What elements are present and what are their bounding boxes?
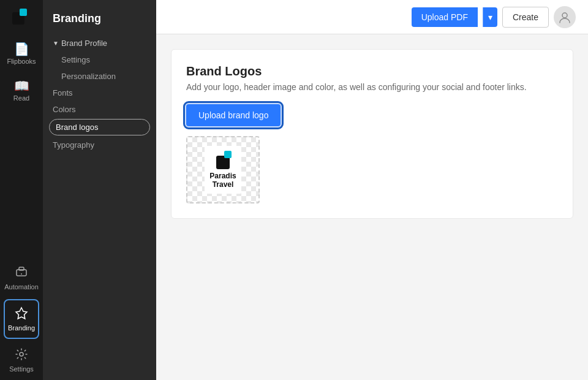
logo-brand-icon [209,151,236,169]
sidebar-item-colors[interactable]: Colors [43,101,156,118]
svg-point-7 [562,13,567,18]
upload-pdf-dropdown-button[interactable]: ▾ [483,7,497,27]
brand-logos-description: Add your logo, header image and color, a… [186,82,558,92]
nav-item-label: Settings [9,365,34,373]
sidebar-title: Branding [43,12,156,35]
nav-item-flipbooks[interactable]: 📄 Flipbooks [0,37,43,71]
nav-item-label: Branding [8,324,35,332]
topbar: Upload PDF ▾ Create [156,0,588,34]
svg-rect-3 [19,267,24,270]
svg-point-6 [20,352,23,356]
nav-item-settings[interactable]: Settings [0,341,43,379]
sidebar-brand-profile-header[interactable]: ▼ Brand Profile [43,35,156,51]
upload-brand-logo-button[interactable]: Upload brand logo [186,104,281,126]
read-icon: 📖 [14,80,29,92]
icon-nav: 📄 Flipbooks 📖 Read Automation Branding [0,0,43,380]
sidebar-item-settings[interactable]: Settings [43,51,156,68]
nav-item-automation[interactable]: Automation [0,259,43,297]
nav-item-label: Flipbooks [7,58,36,65]
upload-pdf-button[interactable]: Upload PDF [412,7,478,27]
logo-brand-text: Paradis Travel [209,172,236,189]
logo-text-line1: Paradis [209,172,236,180]
settings-icon [15,348,28,363]
logo-preview: Paradis Travel [186,136,260,203]
svg-rect-1 [20,9,27,16]
app-logo [9,5,34,31]
user-avatar[interactable] [554,6,576,28]
main-area: Upload PDF ▾ Create Brand Logos Add your… [156,0,588,380]
sidebar-item-typography[interactable]: Typography [43,137,156,153]
automation-icon [15,265,28,281]
nav-item-branding[interactable]: Branding [4,299,39,339]
chevron-down-icon: ▼ [53,40,59,47]
svg-marker-5 [16,308,27,319]
sidebar-item-fonts[interactable]: Fonts [43,85,156,101]
logo-preview-inner: Paradis Travel [205,146,241,194]
nav-item-label: Read [13,94,29,102]
sidebar-group-label: Brand Profile [61,39,107,48]
brand-logos-card: Brand Logos Add your logo, header image … [171,49,573,219]
sidebar: Branding ▼ Brand Profile Settings Person… [43,0,156,380]
sidebar-section: ▼ Brand Profile Settings Personalization [43,35,156,85]
logo-text-line2: Travel [213,180,234,189]
nav-item-read[interactable]: 📖 Read [0,74,43,108]
brand-logos-title: Brand Logos [186,64,558,78]
flipbooks-icon: 📄 [14,43,29,55]
branding-icon [15,306,28,322]
content-area: Brand Logos Add your logo, header image … [156,34,588,380]
sidebar-item-personalization[interactable]: Personalization [43,68,156,85]
nav-item-label: Automation [4,283,39,291]
create-button[interactable]: Create [502,7,549,28]
logo-square-small [224,151,232,158]
sidebar-item-brand-logos[interactable]: Brand logos [49,119,150,135]
